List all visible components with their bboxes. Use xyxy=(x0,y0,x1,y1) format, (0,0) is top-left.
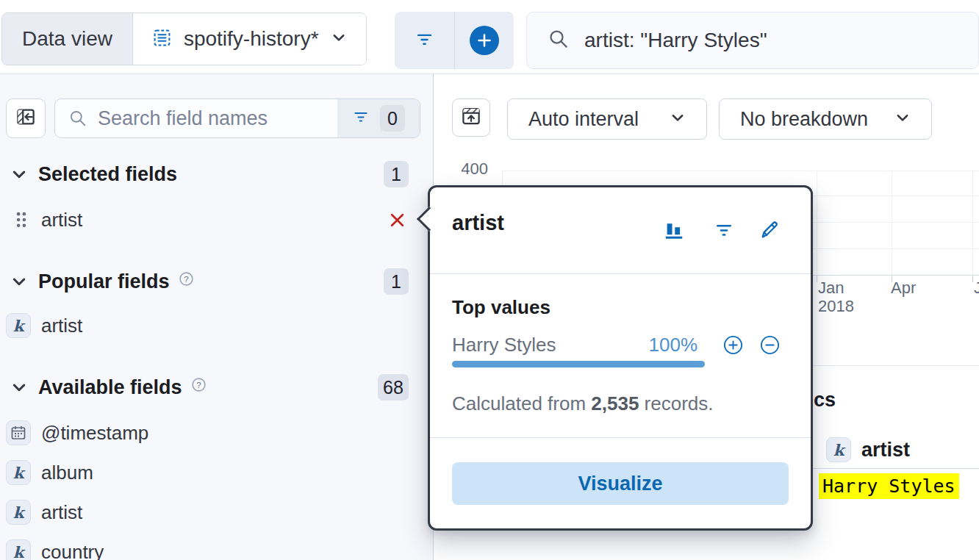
field-filter-count-badge: 0 xyxy=(380,105,405,132)
popular-fields-header[interactable]: Popular fields? 1 xyxy=(0,267,434,296)
highlighted-value: Harry Styles xyxy=(819,473,959,499)
collapse-sidebar-button[interactable] xyxy=(6,98,46,138)
doc-table-cell: Harry Styles xyxy=(819,475,959,497)
available-field-timestamp[interactable]: @timestamp xyxy=(0,418,434,448)
drag-handle-icon[interactable] xyxy=(13,210,29,229)
calendar-icon xyxy=(6,420,31,445)
available-field-artist[interactable]: k artist xyxy=(0,498,434,527)
remove-field-button[interactable] xyxy=(385,208,409,231)
y-axis-tick-400: 400 xyxy=(453,159,488,179)
divider xyxy=(430,273,811,274)
interval-label: Auto interval xyxy=(528,108,639,131)
interval-dropdown[interactable]: Auto interval xyxy=(507,98,707,140)
doc-table-column-artist[interactable]: artist xyxy=(861,439,910,462)
data-view-label: Data view xyxy=(2,13,133,65)
add-filter-button[interactable] xyxy=(455,12,514,69)
keyword-token: k xyxy=(6,313,31,338)
gridline xyxy=(972,170,973,275)
filter-controls-group xyxy=(395,12,514,69)
divider xyxy=(430,437,811,438)
field-name: @timestamp xyxy=(41,422,148,445)
chevron-down-icon xyxy=(10,165,28,183)
available-fields-count-badge: 68 xyxy=(378,374,409,401)
fields-sidebar: 0 Selected fields 1 artist Popular xyxy=(0,74,434,560)
field-name: artist xyxy=(41,501,82,524)
svg-text:?: ? xyxy=(196,380,201,389)
question-icon[interactable]: ? xyxy=(191,377,207,392)
available-fields-label: Available fields? xyxy=(38,376,207,399)
chevron-down-icon xyxy=(331,29,347,49)
question-icon[interactable]: ? xyxy=(179,271,194,287)
filter-icon xyxy=(415,29,434,52)
top-value-progress-bar xyxy=(452,361,705,367)
selected-field-artist[interactable]: artist xyxy=(0,205,434,234)
popover-field-title: artist xyxy=(452,211,504,235)
filter-icon xyxy=(352,108,370,129)
divider xyxy=(813,468,979,469)
chevron-down-icon xyxy=(894,110,911,129)
pencil-icon[interactable] xyxy=(758,218,781,242)
chevron-down-icon xyxy=(10,273,28,290)
gridline xyxy=(503,170,979,171)
keyword-token: k xyxy=(6,460,31,485)
field-name: artist xyxy=(41,315,82,337)
discover-app: Data view spotify-history* xyxy=(0,0,979,560)
x-axis-label-jan-2018: Jan2018 xyxy=(818,279,854,315)
records-count: 2,535 xyxy=(591,392,639,414)
data-view-name: spotify-history* xyxy=(184,27,319,51)
selected-fields-label: Selected fields xyxy=(38,163,177,186)
tab-label-fragment[interactable]: cs xyxy=(814,389,836,412)
available-field-album[interactable]: k album xyxy=(0,458,434,487)
calculated-from-text: Calculated from 2,535 records. xyxy=(452,392,714,415)
gridline xyxy=(817,170,817,275)
filter-out-value-button[interactable] xyxy=(759,334,781,356)
keyword-token: k xyxy=(826,437,851,462)
axis-tick xyxy=(972,276,973,282)
available-field-country[interactable]: k country xyxy=(0,537,434,560)
visualize-field-button[interactable] xyxy=(662,218,686,242)
gridline xyxy=(892,170,892,275)
field-name: album xyxy=(41,462,93,484)
top-values-heading: Top values xyxy=(452,296,551,319)
available-fields-header[interactable]: Available fields? 68 xyxy=(0,373,434,402)
keyword-token: k xyxy=(6,500,31,525)
x-axis-label-apr: Apr xyxy=(891,279,916,297)
query-input[interactable] xyxy=(584,29,908,52)
field-name: artist xyxy=(41,209,82,231)
axis-tick xyxy=(817,276,817,282)
selected-fields-header[interactable]: Selected fields 1 xyxy=(0,159,434,189)
popular-field-artist[interactable]: k artist xyxy=(0,311,434,340)
field-search-input[interactable] xyxy=(87,107,337,130)
chevron-down-icon xyxy=(10,378,28,396)
field-search: 0 xyxy=(54,98,420,138)
search-icon xyxy=(548,28,570,53)
collapse-left-icon xyxy=(15,106,37,131)
field-name: country xyxy=(41,541,104,560)
visualize-button[interactable]: Visualize xyxy=(452,462,789,505)
plus-circle-icon xyxy=(470,26,499,55)
filter-for-value-button[interactable] xyxy=(722,334,744,356)
x-axis-label-jul-partial: J xyxy=(974,279,979,297)
selected-fields-count-badge: 1 xyxy=(384,161,409,187)
query-bar[interactable] xyxy=(526,12,979,69)
search-icon xyxy=(68,109,87,128)
breakdown-label: No breakdown xyxy=(740,108,868,131)
svg-text:?: ? xyxy=(184,274,188,283)
chevron-down-icon xyxy=(670,110,686,129)
data-view-switcher[interactable]: Data view spotify-history* xyxy=(1,12,367,65)
popular-fields-count-badge: 1 xyxy=(384,268,409,295)
popular-fields-label: Popular fields? xyxy=(38,270,194,293)
filter-icon[interactable] xyxy=(712,218,736,242)
hide-chart-button[interactable] xyxy=(452,98,490,137)
data-view-selected[interactable]: spotify-history* xyxy=(133,13,366,65)
data-view-list-icon xyxy=(152,28,172,51)
field-popover: artist Top values Harry Styles 100% Calc… xyxy=(428,185,813,531)
top-value-label: Harry Styles xyxy=(452,334,556,356)
breakdown-dropdown[interactable]: No breakdown xyxy=(719,98,932,140)
saved-filters-button[interactable] xyxy=(395,12,454,69)
field-filter-button[interactable]: 0 xyxy=(337,99,420,137)
top-bar: Data view spotify-history* xyxy=(0,0,979,74)
top-value-percent: 100% xyxy=(606,334,698,356)
keyword-token: k xyxy=(6,539,31,560)
panel-arrow-up-icon xyxy=(460,105,482,130)
